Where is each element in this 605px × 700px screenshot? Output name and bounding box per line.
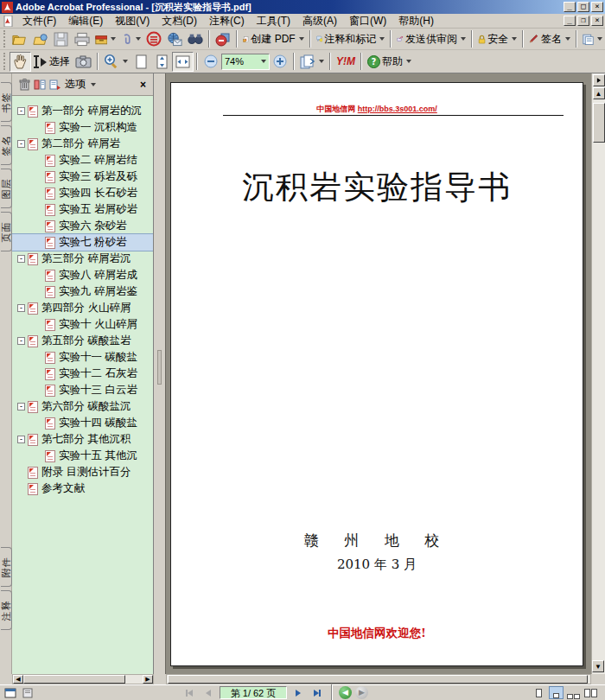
print-button[interactable] xyxy=(72,29,92,49)
collapse-icon[interactable]: - xyxy=(17,107,25,115)
bookmark-item[interactable]: 实验二 碎屑岩结 xyxy=(12,152,153,169)
next-view-button[interactable]: ▶ xyxy=(355,686,368,699)
bookmark-item[interactable]: 实验六 杂砂岩 xyxy=(12,218,153,234)
review-tracker-button[interactable] xyxy=(213,29,233,49)
nav-tab-bottom-1[interactable]: 附件 xyxy=(1,547,12,587)
bookmark-item[interactable]: 实验十三 白云岩 xyxy=(12,382,153,398)
stamp-button[interactable] xyxy=(143,29,164,49)
collapse-icon[interactable]: - xyxy=(17,140,25,148)
menu-comments[interactable]: 注释(C) xyxy=(203,13,251,29)
menu-advanced[interactable]: 高级(A) xyxy=(296,13,343,29)
save-button[interactable] xyxy=(51,29,72,49)
collapse-icon[interactable]: - xyxy=(17,255,25,263)
doc-restore-button[interactable]: ❐ xyxy=(577,16,589,26)
doc-close-button[interactable]: × xyxy=(591,16,603,26)
bookmark-item[interactable]: 实验十四 碳酸盐 xyxy=(12,415,153,431)
menu-edit[interactable]: 编辑(E) xyxy=(62,13,109,29)
bookmark-item[interactable]: 参考文献 xyxy=(12,480,153,497)
first-page-button[interactable] xyxy=(182,686,197,699)
toolbar-options-button[interactable] xyxy=(3,687,17,699)
menu-file[interactable]: 文件(F) xyxy=(16,13,62,29)
open-button[interactable] xyxy=(10,29,30,49)
vertical-scrollbar[interactable]: ▲ ▼ xyxy=(591,73,605,674)
expand-bookmark-icon[interactable] xyxy=(34,79,46,91)
scroll-right-button[interactable]: ▶ xyxy=(143,675,153,684)
bookmark-item[interactable]: -第一部分 碎屑岩的沉 xyxy=(12,103,153,119)
nav-tab-4[interactable]: 页面 xyxy=(1,212,12,251)
scrollbar-thumb[interactable] xyxy=(23,675,125,684)
bookmark-item[interactable]: -第四部分 火山碎屑 xyxy=(12,300,153,316)
doc-minimize-button[interactable]: _ xyxy=(564,16,576,26)
page-display-button[interactable] xyxy=(297,52,327,72)
email-button[interactable] xyxy=(164,29,185,49)
bookmark-item[interactable]: 实验八 碎屑岩成 xyxy=(12,267,153,283)
bookmark-item[interactable]: 附录 目测估计百分 xyxy=(12,464,153,480)
menu-view[interactable]: 视图(V) xyxy=(109,13,156,29)
fit-page-button[interactable] xyxy=(151,52,172,72)
facing-pages-button[interactable] xyxy=(583,686,598,699)
nav-tab-2[interactable]: 签名 xyxy=(1,125,12,165)
trash-icon[interactable] xyxy=(19,79,30,91)
bookmark-item[interactable]: 实验五 岩屑砂岩 xyxy=(12,201,153,218)
bookmark-item[interactable]: 实验十二 石灰岩 xyxy=(12,366,153,382)
scrollbar-thumb[interactable] xyxy=(168,675,588,684)
panel-splitter[interactable] xyxy=(154,73,166,674)
collapse-icon[interactable]: - xyxy=(17,337,25,345)
menu-help[interactable]: 帮助(H) xyxy=(392,13,440,29)
collapse-icon[interactable]: - xyxy=(17,436,25,443)
zoom-out-button[interactable] xyxy=(201,52,221,72)
bookmark-item[interactable]: -第五部分 碳酸盐岩 xyxy=(12,333,153,349)
zoom-in-button[interactable] xyxy=(270,52,290,72)
menu-tools[interactable]: 工具(T) xyxy=(251,13,296,29)
continuous-facing-button[interactable] xyxy=(566,686,581,699)
actual-size-button[interactable] xyxy=(131,52,151,72)
hand-tool-button[interactable] xyxy=(10,52,31,72)
zoom-level-combo[interactable]: 74% xyxy=(221,54,270,70)
attach-button[interactable] xyxy=(118,29,143,49)
previous-view-button[interactable]: ◀ xyxy=(339,686,352,699)
scroll-down-button[interactable]: ▼ xyxy=(592,660,604,672)
maximize-button[interactable]: □ xyxy=(577,2,589,12)
previous-page-button[interactable] xyxy=(201,686,216,699)
splitter-handle[interactable] xyxy=(157,350,162,385)
close-button[interactable]: × xyxy=(591,2,603,12)
nav-tab-1[interactable]: 书签 xyxy=(1,82,12,122)
nav-tab-bottom-2[interactable]: 注释 xyxy=(1,590,12,630)
toolbar-grip[interactable] xyxy=(3,30,8,48)
bookmark-item[interactable]: -第二部分 碎屑岩 xyxy=(12,136,153,152)
menu-document[interactable]: 文档(D) xyxy=(156,13,203,29)
panel-hscrollbar[interactable]: ◀ ▶ xyxy=(12,674,154,684)
toolbar-grip[interactable] xyxy=(3,53,8,70)
collapse-icon[interactable]: - xyxy=(17,403,25,410)
menu-window[interactable]: 窗口(W) xyxy=(343,13,392,29)
collapse-icon[interactable]: - xyxy=(17,304,25,312)
single-page-button[interactable] xyxy=(532,686,546,699)
document-pane[interactable]: 中国地信网 http://bbs.3s001.com/ 沉积岩实验指导书 赣 州… xyxy=(166,73,591,674)
bookmark-item[interactable]: 实验一 沉积构造 xyxy=(12,119,153,136)
bookmark-item[interactable]: 实验三 砾岩及砾 xyxy=(12,169,153,185)
snapshot-button[interactable] xyxy=(73,52,94,72)
bookmark-item[interactable]: 实验十 火山碎屑 xyxy=(12,316,153,333)
open-organizer-button[interactable] xyxy=(30,29,51,49)
bookmark-item[interactable]: -第六部分 碳酸盐沉 xyxy=(12,398,153,415)
secure-button[interactable]: 安全 xyxy=(475,29,519,49)
sign-button[interactable]: 签名 xyxy=(526,29,573,49)
search-button[interactable] xyxy=(185,29,206,49)
yahoo-messenger-button[interactable]: Y!M xyxy=(334,52,358,72)
last-page-button[interactable] xyxy=(309,686,325,699)
forms-button[interactable] xyxy=(580,29,605,49)
bookmark-item[interactable]: 实验四 长石砂岩 xyxy=(12,185,153,201)
bookmark-item[interactable]: 实验十五 其他沉 xyxy=(12,448,153,464)
scroll-left-button[interactable]: ◀ xyxy=(13,675,23,684)
help-button[interactable]: ? 帮助 xyxy=(365,52,414,72)
scroll-up-button[interactable]: ▲ xyxy=(593,87,605,99)
next-page-button[interactable] xyxy=(290,686,306,699)
minimize-button[interactable]: _ xyxy=(564,2,576,12)
new-bookmark-icon[interactable] xyxy=(49,79,61,91)
scrollbar-thumb[interactable] xyxy=(593,103,605,143)
create-pdf-button[interactable]: 创建 PDF xyxy=(240,29,306,49)
site-url[interactable]: http://bbs.3s001.com/ xyxy=(358,105,437,113)
zoom-tool-button[interactable] xyxy=(101,52,131,72)
page-number-field[interactable]: 第 1/ 62 页 xyxy=(220,686,287,699)
bookmark-item[interactable]: 实验九 碎屑岩鉴 xyxy=(12,283,153,300)
